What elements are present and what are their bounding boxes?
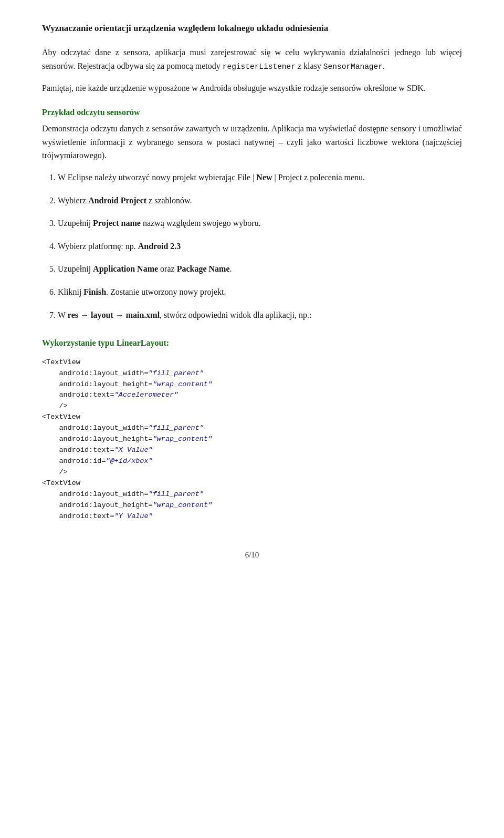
attr-text-2: android:text= (59, 446, 114, 454)
tag-textview-1: <TextView (42, 358, 80, 366)
res-bold: res (68, 311, 78, 319)
list-item: W Eclipse należy utworzyć nowy projekt w… (58, 171, 462, 184)
arrow-1: → (80, 311, 89, 319)
code-block-1: <TextView android:layout_width="fill_par… (42, 357, 462, 522)
attr-layout-height-2: android:layout_height= (59, 435, 152, 443)
app-name-bold: Application Name (93, 264, 158, 273)
selfclose-2: /> (59, 468, 67, 476)
attr-text-value-2: "X Value" (114, 446, 153, 454)
code-section-heading: Wykorzystanie typu LinearLayout: (42, 336, 462, 350)
project-name-bold: Project name (93, 219, 141, 227)
attr-layout-height-3: android:layout_height= (59, 501, 152, 509)
layout-bold: layout (91, 311, 113, 319)
list-item: Wybierz platformę: np. Android 2.3 (58, 240, 462, 253)
list-item: W res → layout → main.xml, stwórz odpowi… (58, 308, 462, 322)
para1-mid: z klasy (298, 61, 323, 70)
list-item-text: Wybierz platformę: np. Android 2.3 (58, 242, 181, 251)
attr-layout-height-1: android:layout_height= (59, 380, 152, 388)
list-item-text: Kliknij Finish. Zostanie utworzony nowy … (58, 287, 226, 296)
attr-id-2: android:id= (59, 457, 106, 465)
section-heading-1: Przykład odczytu sensorów (42, 106, 462, 119)
attr-layout-height-value-3: "wrap_content" (153, 501, 212, 509)
package-name-bold: Package Name (177, 264, 230, 273)
attr-text-value-3: "Y Value" (114, 512, 153, 520)
list-item: Wybierz Android Project z szablonów. (58, 194, 462, 208)
page-footer: 6/10 (42, 543, 462, 561)
android-project-bold: Android Project (88, 196, 146, 205)
code-register-listener: registerListener (223, 63, 296, 71)
finish-bold: Finish (83, 287, 106, 296)
attr-layout-width-1: android:layout_width= (59, 369, 148, 377)
arrow-2: → (116, 311, 124, 319)
code-sensor-manager: SensorManager (323, 63, 383, 71)
attr-layout-width-value-3: "fill_parent" (149, 490, 204, 498)
android-version-bold: Android 2.3 (138, 242, 181, 251)
paragraph-2: Pamiętaj, nie każde urządzenie wyposażon… (42, 81, 462, 95)
attr-layout-width-value-2: "fill_parent" (149, 424, 204, 432)
new-keyword: New (256, 173, 272, 182)
section-1-text: Demonstracja odczytu danych z sensorów z… (42, 122, 462, 162)
attr-text-value-1: "Accelerometer" (114, 391, 178, 399)
list-item-text: Wybierz Android Project z szablonów. (58, 196, 192, 205)
steps-list: W Eclipse należy utworzyć nowy projekt w… (58, 171, 462, 322)
attr-text-1: android:text= (59, 391, 114, 399)
tag-textview-3: <TextView (42, 479, 80, 487)
list-item-text: W Eclipse należy utworzyć nowy projekt w… (58, 173, 365, 182)
attr-text-3: android:text= (59, 512, 114, 520)
page-title: Wyznaczanie orientacji urządzenia względ… (42, 21, 462, 35)
attr-layout-height-value-2: "wrap_content" (153, 435, 212, 443)
attr-layout-height-value-1: "wrap_content" (153, 380, 212, 388)
page-content: Wyznaczanie orientacji urządzenia względ… (42, 21, 462, 561)
list-item: Uzupełnij Project name nazwą względem sw… (58, 216, 462, 230)
attr-id-value-2: "@+id/xbox" (106, 457, 153, 465)
list-item-text: W res → layout → main.xml, stwórz odpowi… (58, 311, 311, 319)
attr-layout-width-value-1: "fill_parent" (149, 369, 204, 377)
tag-textview-2: <TextView (42, 413, 80, 421)
attr-layout-width-2: android:layout_width= (59, 424, 148, 432)
page-indicator: 6/10 (245, 551, 259, 559)
list-item-text: Uzupełnij Project name nazwą względem sw… (58, 219, 261, 227)
paragraph-1: Aby odczytać dane z sensora, aplikacja m… (42, 46, 462, 73)
list-item-text: Uzupełnij Application Name oraz Package … (58, 264, 232, 273)
list-item: Kliknij Finish. Zostanie utworzony nowy … (58, 285, 462, 299)
list-item: Uzupełnij Application Name oraz Package … (58, 262, 462, 276)
attr-layout-width-3: android:layout_width= (59, 490, 148, 498)
selfclose-1: /> (59, 402, 67, 410)
mainxml-bold: main.xml (126, 311, 160, 319)
